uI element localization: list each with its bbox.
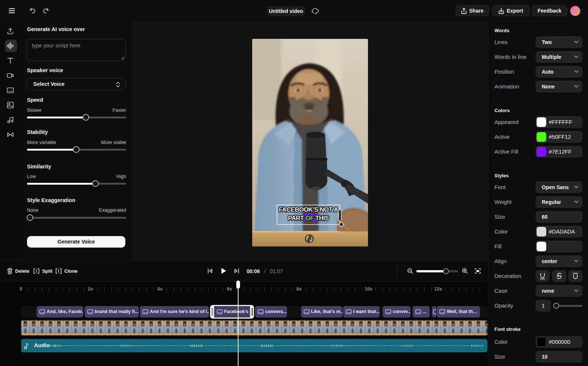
svg-text:PART OF THIS: PART OF THIS xyxy=(288,215,329,222)
svg-text:FACEBOOK'S NOT A: FACEBOOK'S NOT A xyxy=(279,206,338,213)
